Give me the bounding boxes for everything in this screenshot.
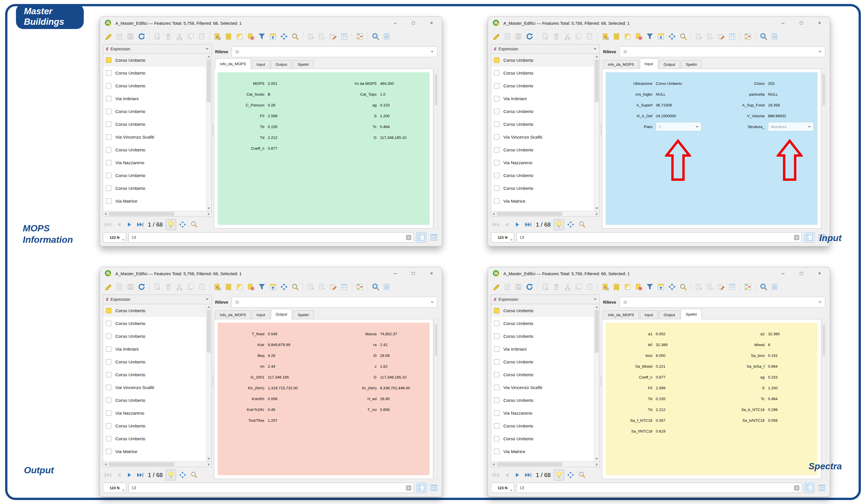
field-calculator-icon[interactable]	[382, 32, 391, 41]
organize-columns-icon[interactable]	[728, 283, 736, 291]
expression-filter-header[interactable]: ε Expression	[103, 44, 212, 54]
checkbox[interactable]	[106, 346, 111, 352]
list-item[interactable]: Via Nazzareno	[491, 156, 594, 169]
last-record-button[interactable]	[136, 220, 145, 229]
pan-to-selection-icon[interactable]	[668, 32, 676, 41]
close-button[interactable]: ×	[812, 271, 827, 276]
checkbox[interactable]	[106, 70, 111, 76]
list-item[interactable]: Via Matrice	[103, 445, 206, 458]
zoom-to-selection-icon[interactable]	[679, 283, 687, 291]
titlebar[interactable]: A_Master_Edifici — Features Total: 5,756…	[488, 267, 830, 280]
clear-filter-icon[interactable]: ×	[794, 235, 799, 240]
list-item[interactable]: Corso Umberto	[103, 54, 206, 67]
zoom-to-selection-icon[interactable]	[291, 283, 299, 291]
toggle-editing-icon[interactable]	[104, 283, 112, 291]
last-record-button[interactable]	[136, 470, 145, 480]
scrollbar-thumb[interactable]	[207, 310, 211, 353]
form-view-button[interactable]	[416, 483, 426, 493]
pan-to-feature-button[interactable]	[178, 470, 187, 480]
list-item[interactable]: Via Nazzareno	[103, 156, 206, 169]
zoom-to-feature-button[interactable]	[577, 470, 587, 480]
list-horizontal-scrollbar[interactable]	[103, 211, 212, 217]
checkbox[interactable]	[106, 436, 111, 442]
invert-selection-icon[interactable]	[623, 32, 632, 41]
checkbox[interactable]	[106, 96, 111, 101]
list-item[interactable]: Corso Umberto	[103, 355, 206, 368]
scrollbar-thumb[interactable]	[497, 462, 562, 466]
splitter-handle[interactable]	[212, 125, 213, 136]
table-view-button[interactable]	[429, 483, 439, 493]
scroll-right-icon[interactable]	[208, 213, 210, 215]
filter-by-form-icon[interactable]	[645, 32, 654, 41]
scrollbar-thumb[interactable]	[823, 74, 825, 105]
zoom-to-selection-icon[interactable]	[679, 32, 687, 41]
expression-dropdown-arrow-icon[interactable]	[594, 299, 597, 300]
list-item[interactable]: Via Vincenzo Scafiti	[491, 130, 594, 144]
deselect-all-icon[interactable]	[246, 283, 255, 291]
tab-spettri[interactable]: Spettri	[681, 309, 702, 319]
search-widget-icon[interactable]	[759, 283, 768, 291]
checkbox[interactable]	[494, 173, 499, 178]
list-item[interactable]: Corso Umberto	[491, 105, 594, 118]
list-item[interactable]: Via Matrice	[491, 195, 594, 207]
tab-input[interactable]: Input	[252, 60, 270, 69]
toggle-editing-icon[interactable]	[492, 283, 500, 291]
reload-icon[interactable]	[525, 32, 534, 41]
last-record-button[interactable]	[524, 220, 533, 229]
deselect-all-icon[interactable]	[246, 32, 255, 41]
checkbox[interactable]	[494, 134, 499, 140]
list-item[interactable]: Corso Umberto	[491, 169, 594, 182]
tab-spettri[interactable]: Spettri	[293, 60, 314, 69]
piani-combobox[interactable]: 2	[656, 122, 701, 131]
rilievo-combobox[interactable]: SI	[232, 46, 437, 57]
expression-dropdown-arrow-icon[interactable]	[206, 48, 209, 50]
tab-info_da_mops[interactable]: info_da_MOPS	[215, 310, 251, 319]
form-vertical-scrollbar[interactable]	[822, 319, 826, 479]
next-record-button[interactable]	[125, 470, 134, 480]
first-record-button[interactable]	[103, 470, 112, 480]
first-record-button[interactable]	[491, 220, 500, 229]
field-type-selector[interactable]: 123 N	[491, 232, 514, 242]
titlebar[interactable]: A_Master_Edifici — Features Total: 5,756…	[488, 17, 830, 29]
list-item[interactable]: Corso Umberto	[491, 394, 594, 407]
highlight-feature-button[interactable]	[554, 219, 564, 230]
tab-output[interactable]: Output	[271, 60, 292, 69]
list-item[interactable]: Via Nazzareno	[491, 407, 594, 420]
scrollbar-thumb[interactable]	[435, 324, 437, 356]
list-item[interactable]: Via Nazzareno	[103, 407, 206, 420]
filter-input[interactable]	[517, 483, 802, 493]
close-button[interactable]: ×	[812, 20, 827, 26]
checkbox[interactable]	[106, 449, 111, 454]
list-horizontal-scrollbar[interactable]	[491, 211, 600, 217]
expression-dropdown-arrow-icon[interactable]	[594, 48, 597, 50]
checkbox[interactable]	[494, 398, 499, 403]
rilievo-combobox[interactable]: SI	[620, 46, 825, 57]
pan-to-feature-button[interactable]	[178, 220, 187, 229]
list-horizontal-scrollbar[interactable]	[103, 462, 212, 467]
scroll-down-icon[interactable]	[595, 458, 598, 460]
field-type-selector[interactable]: 123 N	[103, 483, 126, 493]
scrollbar-thumb[interactable]	[595, 310, 599, 353]
zoom-to-feature-button[interactable]	[189, 220, 199, 229]
select-all-icon[interactable]	[612, 32, 621, 41]
select-all-icon[interactable]	[224, 32, 233, 41]
scroll-right-icon[interactable]	[596, 463, 598, 466]
expression-filter-header[interactable]: ε Expression	[491, 44, 600, 54]
move-selection-to-top-icon[interactable]	[269, 283, 277, 291]
checkbox[interactable]	[106, 57, 111, 63]
select-by-expression-icon[interactable]: ε	[601, 283, 610, 291]
list-item[interactable]: Via Vincenzo Scafiti	[491, 381, 594, 394]
list-item[interactable]: Corso Umberto	[103, 317, 206, 330]
reload-icon[interactable]	[137, 32, 146, 41]
search-widget-icon[interactable]	[759, 32, 768, 41]
panel-splitter[interactable]	[212, 295, 214, 467]
scroll-up-icon[interactable]	[595, 306, 598, 308]
checkbox[interactable]	[494, 333, 499, 339]
expression-filter-header[interactable]: ε Expression	[103, 295, 212, 304]
list-item[interactable]: Corso Umberto	[103, 79, 206, 92]
close-button[interactable]: ×	[424, 20, 439, 26]
checkbox[interactable]	[494, 147, 499, 152]
panel-splitter[interactable]	[600, 44, 602, 217]
checkbox[interactable]	[106, 385, 111, 390]
edit-field-icon[interactable]	[329, 283, 337, 291]
